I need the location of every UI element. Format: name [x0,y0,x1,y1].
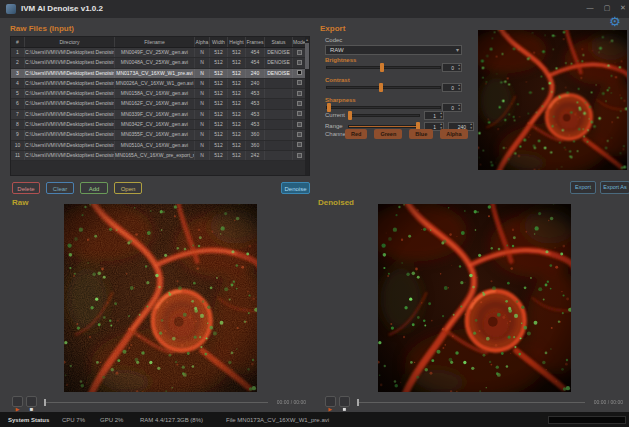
spinner-arrows-icon[interactable]: ▴▾ [458,63,460,72]
maximize-button[interactable]: ▢ [600,2,614,14]
cell-frames: 242 [246,151,265,160]
contrast-spinbox[interactable]: 0 ▴▾ [442,83,462,92]
contrast-slider[interactable] [326,86,441,89]
cell-status [265,120,293,129]
cell-alpha: N [195,130,210,139]
table-row[interactable]: 11C:\Users\IVM\IVM\Desktop\test Denoisin… [11,151,309,161]
brightness-slider[interactable] [326,66,441,69]
table-row[interactable]: 4C:\Users\IVM\IVM\Desktop\test Denoising… [11,79,309,89]
cell-frames: 240 [246,79,265,88]
sharpness-spinbox[interactable]: 0 ▴▾ [442,103,462,112]
raw-seek-bar[interactable] [44,398,268,406]
table-row[interactable]: 1C:\Users\IVM\IVM\Desktop\test Denoising… [11,48,309,58]
denoised-stop-button[interactable]: ■ [339,396,350,407]
codec-dropdown[interactable]: RAW ▾ [325,45,462,55]
sharpness-slider-handle[interactable] [327,103,331,112]
model-checkbox[interactable] [297,101,302,106]
add-button[interactable]: Add [80,182,108,194]
table-row[interactable]: 6C:\Users\IVM\IVM\Desktop\test Denoising… [11,99,309,109]
channel-red-button[interactable]: Red [345,129,367,139]
export-button[interactable]: Export [570,181,596,194]
cell-alpha: N [195,89,210,98]
scroll-up-icon[interactable]: ▴ [305,37,309,42]
cell-directory: C:\Users\IVM\IVM\Desktop\test Denoising\… [25,141,115,150]
raw-play-button[interactable]: ▶ [12,396,23,407]
table-header: #DirectoryFilenameAlphaWidthHeightFrames… [11,37,309,48]
column-header: Width [210,37,228,47]
model-checkbox[interactable] [297,111,302,116]
cell-num: 9 [11,130,25,139]
scrollbar-thumb[interactable] [305,43,309,69]
spinner-arrows-icon[interactable]: ▴▾ [458,83,460,92]
table-scrollbar[interactable]: ▴ [305,37,309,175]
model-checkbox[interactable] [297,80,302,85]
spinner-arrows-icon[interactable]: ▴▾ [470,122,472,131]
ram-usage: RAM 4.4/127.3GB (8%) [140,417,203,423]
delete-button[interactable]: Delete [12,182,40,194]
model-checkbox[interactable] [297,50,302,55]
table-row[interactable]: 8C:\Users\IVM\IVM\Desktop\test Denoising… [11,120,309,130]
table-row[interactable]: 9C:\Users\IVM\IVM\Desktop\test Denoising… [11,130,309,140]
cell-frames: 360 [246,130,265,139]
cell-frames: 360 [246,141,265,150]
channel-green-button[interactable]: Green [374,129,402,139]
cell-width: 512 [210,141,228,150]
spinner-arrows-icon[interactable]: ▴▾ [458,103,460,112]
channel-alpha-button[interactable]: Alpha [440,129,467,139]
denoised-panel-title: Denoised [318,198,354,207]
window-title: IVM AI Denoise v1.0.2 [21,4,103,13]
brightness-slider-handle[interactable] [380,63,384,72]
cell-status [265,99,293,108]
cell-width: 512 [210,120,228,129]
seek-handle[interactable] [357,399,359,406]
cell-filename: MN0049F_CV_25XW_gen.avi [115,48,195,57]
current-slider[interactable] [348,114,420,117]
table-row[interactable]: 2C:\Users\IVM\IVM\Desktop\test Denoising… [11,58,309,68]
cell-height: 512 [228,141,246,150]
table-row[interactable]: 7C:\Users\IVM\IVM\Desktop\test Denoising… [11,110,309,120]
cell-status [265,110,293,119]
cell-height: 512 [228,89,246,98]
cell-num: 2 [11,58,25,67]
contrast-slider-handle[interactable] [379,83,383,92]
table-row[interactable]: 10C:\Users\IVM\IVM\Desktop\test Denoisin… [11,141,309,151]
export-as-button[interactable]: Export As [600,181,629,194]
cell-alpha: N [195,79,210,88]
denoised-seek-bar[interactable] [357,398,585,406]
model-checkbox[interactable] [297,142,302,147]
model-checkbox[interactable] [297,60,302,65]
cell-directory: C:\Users\IVM\IVM\Desktop\test Denoising\… [25,79,115,88]
column-header: Filename [115,37,195,47]
raw-files-title: Raw Files (Input) [10,24,74,33]
minimize-button[interactable]: — [583,2,597,14]
codec-label: Codec [325,37,342,43]
cell-directory: C:\Users\IVM\IVM\Desktop\test Denoising\… [25,120,115,129]
open-button[interactable]: Open [114,182,142,194]
model-checkbox[interactable] [297,153,302,158]
raw-stop-button[interactable]: ■ [26,396,37,407]
range-slider-fill [349,126,418,127]
table-row[interactable]: 5C:\Users\IVM\IVM\Desktop\test Denoising… [11,89,309,99]
sharpness-slider[interactable] [326,106,441,109]
current-slider-handle[interactable] [348,111,352,120]
current-spinbox[interactable]: 1 ▴▾ [424,111,444,120]
model-checkbox[interactable] [297,70,302,75]
cell-status [265,130,293,139]
close-button[interactable]: ✕ [616,2,629,14]
denoised-play-button[interactable]: ▶ [325,396,336,407]
brightness-spinbox[interactable]: 0 ▴▾ [442,63,462,72]
model-checkbox[interactable] [297,122,302,127]
model-checkbox[interactable] [297,132,302,137]
settings-gear-icon[interactable]: ⚙ [609,15,621,28]
channel-blue-button[interactable]: Blue [409,129,433,139]
cell-status [265,89,293,98]
cell-directory: C:\Users\IVM\IVM\Desktop\test Denoising\… [25,99,115,108]
range-slider[interactable] [348,125,420,128]
seek-handle[interactable] [44,399,46,406]
model-checkbox[interactable] [297,91,302,96]
spinner-arrows-icon[interactable]: ▴▾ [440,111,442,120]
clear-button[interactable]: Clear [46,182,74,194]
cell-num: 6 [11,99,25,108]
table-row[interactable]: 3C:\Users\IVM\IVM\Desktop\test Denoising… [11,69,309,79]
denoise-button[interactable]: Denoise [281,182,310,194]
